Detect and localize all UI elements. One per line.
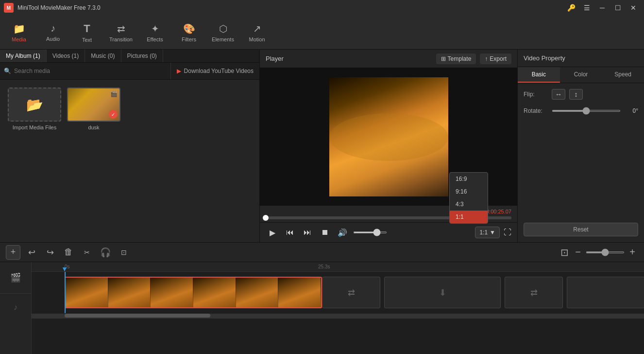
- transition-arrow-1: ⇄: [348, 287, 355, 298]
- timeline-content[interactable]: 0s 25.3s: [32, 262, 644, 354]
- stop-button[interactable]: ⏹: [318, 226, 332, 239]
- undo-button[interactable]: ↩: [24, 245, 39, 260]
- aspect-option-9-16[interactable]: 9:16: [450, 185, 488, 198]
- delete-button[interactable]: 🗑: [61, 245, 76, 260]
- empty-slot-2[interactable]: [567, 277, 644, 308]
- search-input[interactable]: [14, 68, 167, 74]
- prev-frame-button[interactable]: ⏮: [283, 226, 297, 239]
- tool-filters[interactable]: 🎨 Filters: [172, 17, 206, 48]
- transition-slot-1[interactable]: ⇄: [322, 277, 380, 308]
- tool-audio[interactable]: ♪ Audio: [36, 17, 70, 48]
- tab-basic[interactable]: Basic: [518, 67, 560, 83]
- timeline-zoom-control: ⊡ − +: [559, 247, 638, 258]
- play-button[interactable]: ▶: [266, 226, 279, 239]
- video-clip[interactable]: [65, 277, 322, 308]
- maximize-button[interactable]: ☐: [611, 3, 625, 13]
- zoom-fit-button[interactable]: ⊡: [559, 247, 570, 258]
- audio-icon: ♪: [51, 23, 55, 34]
- redo-button[interactable]: ↪: [43, 245, 57, 260]
- nav-pictures[interactable]: Pictures (0): [121, 50, 163, 62]
- volume-slider[interactable]: [353, 231, 387, 233]
- titlebar-controls[interactable]: 🔑 ☰ ─ ☐ ✕: [564, 3, 640, 13]
- dusk-media-thumb[interactable]: 🎬 ✓: [67, 88, 120, 122]
- add-track-button[interactable]: +: [6, 245, 20, 260]
- audio-track-label[interactable]: ♪: [0, 294, 31, 320]
- flip-label: Flip:: [524, 91, 548, 98]
- menu-button[interactable]: ☰: [580, 3, 593, 13]
- export-button[interactable]: ↑ Export: [480, 53, 511, 64]
- transition-icon: ⇄: [117, 23, 125, 35]
- tool-audio-label: Audio: [46, 36, 60, 42]
- tab-color[interactable]: Color: [560, 67, 602, 83]
- progress-thumb[interactable]: [263, 215, 269, 221]
- flip-row: Flip: ↔ ↕: [524, 89, 638, 100]
- aspect-dropdown-menu: 16:9 9:16 4:3 1:1: [449, 172, 488, 224]
- player-header-right: ⊞ Template ↑ Export: [436, 53, 511, 64]
- flip-vertical-button[interactable]: ↕: [569, 89, 583, 100]
- nav-videos[interactable]: Videos (1): [47, 50, 85, 62]
- volume-button[interactable]: 🔊: [336, 226, 349, 239]
- aspect-select-button[interactable]: 1:1 ▼: [475, 227, 500, 238]
- effects-icon: ✦: [151, 23, 159, 35]
- crop-button[interactable]: ⊡: [117, 245, 131, 260]
- playhead[interactable]: [65, 272, 66, 313]
- tool-media[interactable]: 📁 Media: [2, 17, 36, 48]
- timeline-tracks: ⇄ ⬇ ⇄ ⇄: [32, 272, 644, 313]
- nav-my-album[interactable]: My Album (1): [0, 50, 47, 62]
- audio-detach-button[interactable]: 🎧: [98, 245, 113, 260]
- search-input-wrap: 🔍: [0, 63, 171, 79]
- media-search-bar: 🔍 ▶ Download YouTube Videos: [0, 63, 259, 80]
- cut-button[interactable]: ✂: [80, 245, 94, 260]
- media-content: 📂 Import Media Files 🎬 ✓ dusk: [0, 80, 259, 242]
- fullscreen-button[interactable]: ⛶: [504, 228, 511, 237]
- yt-download-label: Download YouTube Videos: [184, 68, 254, 74]
- next-frame-button[interactable]: ⏭: [301, 226, 314, 239]
- filters-icon: 🎨: [183, 23, 195, 35]
- import-media-item[interactable]: 📂 Import Media Files: [8, 88, 61, 130]
- minimize-button[interactable]: ─: [595, 3, 609, 13]
- dusk-label: dusk: [88, 124, 99, 130]
- aspect-current-value: 1:1: [479, 229, 488, 236]
- transition-slots: ⇄ ⬇ ⇄ ⇄: [322, 277, 644, 308]
- media-panel: My Album (1) Videos (1) Music (0) Pictur…: [0, 50, 260, 242]
- template-button[interactable]: ⊞ Template: [436, 53, 476, 64]
- clip-frame-6: [278, 278, 321, 307]
- horizontal-scrollbar[interactable]: [32, 314, 644, 319]
- aspect-option-4-3[interactable]: 4:3: [450, 198, 488, 211]
- title-bar: M MiniTool MovieMaker Free 7.3.0 🔑 ☰ ─ ☐…: [0, 0, 644, 16]
- zoom-in-button[interactable]: +: [627, 247, 638, 258]
- flip-horizontal-button[interactable]: ↔: [552, 89, 565, 100]
- aspect-ratio-dropdown[interactable]: 1:1 ▼: [475, 227, 500, 238]
- youtube-download-button[interactable]: ▶ Download YouTube Videos: [171, 68, 259, 74]
- nav-music[interactable]: Music (0): [85, 50, 121, 62]
- app-logo: M: [4, 3, 14, 13]
- main-toolbar: 📁 Media ♪ Audio T Text ⇄ Transition ✦ Ef…: [0, 16, 644, 50]
- import-media-thumb[interactable]: 📂: [8, 88, 61, 122]
- tool-text[interactable]: T Text: [70, 17, 104, 48]
- tool-elements[interactable]: ⬡ Elements: [206, 17, 240, 48]
- video-property-title: Video Property: [518, 50, 644, 67]
- aspect-option-1-1[interactable]: 1:1: [450, 211, 488, 223]
- dusk-media-item[interactable]: 🎬 ✓ dusk: [67, 88, 120, 130]
- transition-slot-2[interactable]: ⇄: [505, 277, 563, 308]
- zoom-slider[interactable]: [586, 251, 625, 253]
- close-button[interactable]: ✕: [627, 3, 640, 13]
- reset-button[interactable]: Reset: [524, 223, 638, 236]
- template-label: Template: [448, 55, 472, 62]
- scrollbar-thumb[interactable]: [65, 314, 210, 318]
- empty-slot-1[interactable]: ⬇: [384, 277, 501, 308]
- app-container: 📁 Media ♪ Audio T Text ⇄ Transition ✦ Ef…: [0, 16, 644, 354]
- tool-effects[interactable]: ✦ Effects: [138, 17, 172, 48]
- key-button[interactable]: 🔑: [564, 3, 578, 13]
- timeline-sidebar: 🎬 ♪: [0, 262, 32, 354]
- aspect-option-16-9[interactable]: 16:9: [450, 173, 488, 185]
- tool-motion[interactable]: ↗ Motion: [240, 17, 274, 48]
- rotate-slider[interactable]: [552, 110, 621, 112]
- rotate-label: Rotate:: [524, 107, 548, 114]
- tool-transition[interactable]: ⇄ Transition: [104, 17, 138, 48]
- zoom-out-button[interactable]: −: [572, 247, 584, 258]
- video-track-label[interactable]: 🎬: [0, 262, 31, 294]
- ruler-mark-25: 25.3s: [318, 264, 330, 269]
- player-title: Player: [266, 55, 284, 62]
- tab-speed[interactable]: Speed: [602, 67, 644, 83]
